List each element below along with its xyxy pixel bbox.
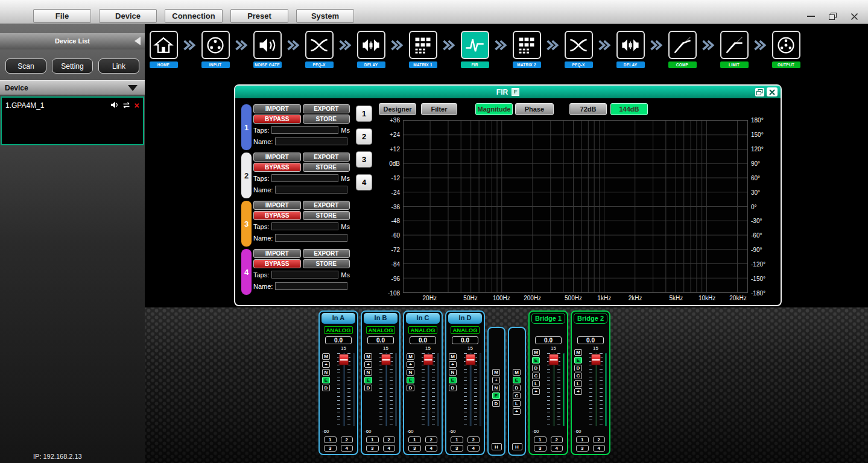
strip-button-plus[interactable]: + (574, 388, 582, 395)
fir-tab-magnitude[interactable]: Magnitude (475, 103, 513, 115)
strip-button-m[interactable]: M (513, 369, 521, 376)
toolbar-item-delay[interactable]: DELAY (356, 31, 386, 68)
strip-button-plus[interactable]: + (364, 361, 372, 368)
taps-input[interactable] (271, 174, 338, 182)
routing-button-4[interactable]: 4 (425, 445, 438, 452)
bridge-link-button[interactable]: H (492, 443, 502, 450)
fir-tab-designer[interactable]: Designer (379, 103, 416, 115)
strip-button-c[interactable]: C (574, 373, 582, 379)
import-button[interactable]: IMPORT (253, 153, 301, 162)
menu-preset[interactable]: Preset (230, 9, 288, 23)
strip-button-e[interactable]: E (364, 377, 372, 383)
toolbar-item-fir[interactable]: FIR (460, 31, 490, 68)
strip-button-plus[interactable]: + (407, 361, 414, 368)
routing-button-2[interactable]: 2 (593, 436, 606, 443)
collapse-arrow-icon[interactable] (135, 37, 141, 45)
strip-button-d[interactable]: D (532, 365, 540, 371)
routing-button-2[interactable]: 2 (383, 436, 396, 443)
export-button[interactable]: EXPORT (303, 201, 350, 210)
signal-type-badge[interactable]: ANALOG (408, 326, 437, 334)
strip-name[interactable]: Bridge 1 (531, 313, 565, 324)
channel-number-tab[interactable]: 1 (241, 104, 252, 150)
strip-button-n[interactable]: N (407, 369, 414, 376)
export-button[interactable]: EXPORT (303, 153, 350, 162)
strip-button-m[interactable]: M (364, 353, 372, 360)
strip-button-l[interactable]: L (532, 380, 540, 387)
routing-button-4[interactable]: 4 (551, 445, 563, 452)
strip-button-d[interactable]: D (449, 385, 457, 391)
toolbar-item-comp[interactable]: COMP (667, 31, 697, 68)
panel-close-icon[interactable] (767, 87, 778, 96)
strip-name[interactable]: In D (448, 313, 482, 324)
gain-value[interactable]: 0.0 (452, 336, 478, 344)
device-dropdown[interactable]: Device (0, 80, 145, 95)
strip-button-d[interactable]: D (492, 400, 500, 407)
close-icon[interactable] (846, 11, 862, 22)
strip-button-e[interactable]: E (407, 377, 414, 383)
taps-input[interactable] (271, 222, 338, 230)
restore-icon[interactable] (825, 11, 840, 22)
strip-button-n[interactable]: N (492, 385, 500, 391)
import-button[interactable]: IMPORT (253, 249, 301, 258)
strip-button-plus[interactable]: + (532, 388, 540, 395)
strip-button-c[interactable]: C (532, 373, 540, 379)
routing-button-1[interactable]: 1 (451, 436, 463, 443)
device-list-item[interactable]: 1.GPA4M_1 × (1, 96, 144, 145)
name-input[interactable] (275, 282, 347, 290)
toolbar-item-input[interactable]: INPUT (200, 31, 230, 68)
fir-tab-phase[interactable]: Phase (515, 103, 554, 115)
strip-name[interactable]: In A (322, 313, 355, 324)
routing-button-1[interactable]: 1 (366, 436, 379, 443)
strip-button-e[interactable]: E (574, 357, 582, 364)
channel-selector-3[interactable]: 3 (356, 151, 372, 168)
store-button[interactable]: STORE (303, 211, 350, 220)
routing-button-3[interactable]: 3 (408, 445, 421, 452)
channel-selector-2[interactable]: 2 (356, 128, 372, 145)
fader-handle[interactable] (423, 354, 433, 365)
routing-button-1[interactable]: 1 (576, 436, 589, 443)
routing-button-3[interactable]: 3 (366, 445, 379, 452)
toolbar-item-limit[interactable]: LIMIT (719, 31, 749, 68)
store-button[interactable]: STORE (303, 115, 350, 124)
routing-button-2[interactable]: 2 (467, 436, 480, 443)
channel-selector-1[interactable]: 1 (356, 106, 372, 122)
fader-handle[interactable] (465, 354, 475, 365)
strip-button-plus[interactable]: + (513, 408, 521, 415)
fir-tab-144db[interactable]: 144dB (610, 103, 648, 115)
toolbar-item-peq-x[interactable]: PEQ-X (563, 31, 594, 68)
fader-handle[interactable] (338, 354, 349, 365)
sidebar-link-button[interactable]: Link (98, 58, 139, 74)
export-button[interactable]: EXPORT (303, 249, 350, 258)
channel-number-tab[interactable]: 3 (241, 201, 252, 247)
import-button[interactable]: IMPORT (253, 201, 301, 210)
sidebar-setting-button[interactable]: Setting (52, 58, 93, 74)
routing-button-1[interactable]: 1 (324, 436, 337, 443)
loop-icon[interactable] (122, 100, 131, 111)
name-input[interactable] (275, 186, 347, 194)
strip-button-plus[interactable]: + (322, 361, 330, 368)
strip-button-e[interactable]: E (492, 392, 500, 399)
taps-input[interactable] (271, 271, 338, 279)
gain-value[interactable]: 0.0 (535, 336, 562, 344)
routing-button-1[interactable]: 1 (534, 436, 546, 443)
strip-button-l[interactable]: L (513, 400, 521, 407)
strip-button-e[interactable]: E (513, 377, 521, 383)
strip-name[interactable]: In B (364, 313, 398, 324)
taps-input[interactable] (271, 126, 338, 134)
fader-handle[interactable] (548, 354, 559, 365)
fir-tab-filter[interactable]: Filter (421, 103, 457, 115)
bypass-button[interactable]: BYPASS (253, 259, 301, 268)
bridge-link-button[interactable]: H (512, 443, 522, 450)
routing-button-1[interactable]: 1 (408, 436, 421, 443)
strip-name[interactable]: Bridge 2 (574, 313, 607, 324)
strip-button-d[interactable]: D (513, 385, 521, 391)
menu-connection[interactable]: Connection (165, 9, 223, 23)
store-button[interactable]: STORE (303, 163, 350, 172)
toolbar-item-home[interactable]: HOME (148, 31, 179, 68)
strip-button-plus[interactable]: + (492, 377, 500, 383)
speaker-icon[interactable] (111, 100, 119, 111)
routing-button-4[interactable]: 4 (341, 445, 353, 452)
toolbar-item-peq-x[interactable]: PEQ-X (304, 31, 334, 68)
strip-button-m[interactable]: M (449, 353, 457, 360)
routing-button-4[interactable]: 4 (383, 445, 396, 452)
